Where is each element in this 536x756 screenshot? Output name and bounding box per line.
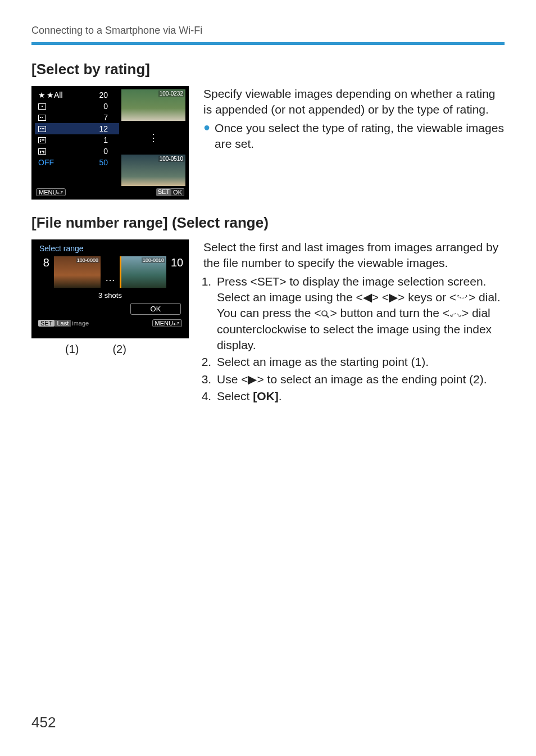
header-rule: [31, 42, 505, 45]
select-range-title: Select range: [35, 243, 185, 256]
rating-list: ★★All 20 0 7 12: [35, 89, 119, 186]
step-4: Select [OK].: [215, 388, 505, 404]
set-badge: SET: [38, 320, 54, 327]
select-range-screen: Select range 8 100-0008 … 100-0010 10 3 …: [31, 239, 189, 338]
section1-bullet: Once you select the type of rating, the …: [215, 120, 505, 152]
section1-intro: Specify viewable images depending on whe…: [203, 86, 505, 118]
step-text: Press <: [217, 275, 257, 288]
rating-row-2[interactable]: 7: [35, 112, 119, 123]
section2-intro: Select the first and last images from im…: [203, 239, 505, 271]
start-thumbnail[interactable]: 100-0008: [54, 256, 101, 288]
set-last-image-button[interactable]: SET Last image: [38, 320, 90, 327]
page-number: 452: [31, 714, 56, 731]
quick-dial-icon: [456, 294, 469, 303]
rating-count: 0: [85, 147, 108, 156]
rating-count: 7: [85, 113, 108, 122]
main-dial-icon: [449, 310, 462, 319]
preview-thumbnail: 100-0232: [121, 89, 185, 121]
rating-count: 12: [85, 124, 108, 133]
start-filenum: 100-0008: [76, 257, 99, 263]
last-badge: Last: [54, 320, 71, 327]
preview-thumbnail: 100-0510: [121, 155, 185, 186]
step-text: You can press the <: [217, 306, 321, 319]
callout-row: (1) (2): [31, 343, 189, 356]
menu-button[interactable]: MENU ⮐: [152, 319, 182, 327]
thumbnail-filenum: 100-0232: [158, 90, 184, 97]
svg-point-2: [322, 311, 327, 316]
start-index: 8: [39, 256, 49, 269]
rating-row-4[interactable]: 1: [35, 134, 119, 146]
step-text: .: [279, 390, 282, 402]
rating-off-label: OFF: [38, 158, 85, 167]
rating-row-3[interactable]: 12: [35, 123, 119, 134]
return-icon: ⮐: [57, 189, 63, 196]
shots-count: 3 shots: [35, 288, 185, 303]
step-text: Select: [217, 390, 253, 402]
magnify-icon: [321, 310, 330, 319]
callout-2: (2): [112, 343, 126, 356]
rating-5-icon: [38, 148, 46, 155]
callout-1: (1): [65, 343, 79, 356]
section2-body: Select the first and last images from im…: [203, 239, 505, 406]
set-label: SET: [156, 188, 171, 196]
star-icon: ★: [38, 90, 46, 99]
rating-row-all[interactable]: ★★All 20: [35, 89, 119, 101]
image-badge: image: [71, 320, 90, 327]
cursor-indicator: [120, 256, 121, 288]
rating-row-5[interactable]: 0: [35, 146, 119, 157]
rating-count: 0: [85, 102, 108, 111]
ok-button[interactable]: OK: [130, 303, 181, 315]
section1-title: [Select by rating]: [31, 61, 505, 78]
set-ok-button[interactable]: SET OK: [156, 188, 184, 196]
thumbnail-filenum: 100-0510: [158, 156, 184, 162]
rating-count: 50: [85, 158, 108, 167]
svg-point-1: [466, 295, 467, 296]
rating-row-off[interactable]: OFF 50: [35, 157, 119, 168]
rating-count: 1: [85, 135, 108, 144]
ok-label: OK: [171, 188, 184, 196]
svg-line-3: [326, 315, 329, 318]
step-1: Press <SET> to display the image selecti…: [215, 274, 505, 354]
rating-1-icon: [38, 103, 46, 110]
rating-screen: ★★All 20 0 7 12: [31, 86, 189, 200]
page-header: Connecting to a Smartphone via Wi-Fi: [31, 25, 505, 37]
vertical-dots-icon: ⋮: [148, 134, 158, 142]
set-glyph: SET: [257, 275, 279, 288]
rating-count: 20: [85, 90, 108, 99]
end-thumbnail[interactable]: 100-0010: [120, 256, 166, 288]
rating-2-icon: [38, 115, 46, 121]
section2-title: [File number range] (Select range): [31, 214, 505, 232]
menu-label: MENU: [155, 320, 173, 327]
rating-3-icon: [38, 126, 46, 132]
range-dots-icon: …: [105, 272, 115, 284]
step-3: Use <▶> to select an image as the ending…: [215, 372, 505, 387]
step-bold: [OK]: [253, 390, 279, 402]
step-text: > button and turn the <: [330, 306, 449, 319]
menu-button[interactable]: MENU ⮐: [36, 188, 66, 196]
end-filenum: 100-0010: [142, 257, 165, 263]
step-text: Select an image using the <◀> <▶> keys o…: [217, 291, 456, 304]
step-text: > to display the image selection screen.: [279, 275, 486, 288]
step-2: Select an image as the starting point (1…: [215, 354, 505, 370]
menu-label: MENU: [39, 189, 57, 196]
end-index: 10: [171, 256, 181, 269]
return-icon: ⮐: [173, 320, 179, 327]
steps-list: Press <SET> to display the image selecti…: [203, 274, 505, 405]
bullet-icon: ●: [203, 120, 210, 152]
more-indicator: ⋮: [121, 122, 185, 153]
section1-body: Specify viewable images depending on whe…: [203, 86, 505, 200]
step-text: > dial.: [469, 291, 501, 304]
rating-label: ★All: [47, 90, 63, 99]
svg-point-0: [458, 295, 459, 296]
rating-row-1[interactable]: 0: [35, 101, 119, 112]
rating-4-icon: [38, 137, 46, 143]
